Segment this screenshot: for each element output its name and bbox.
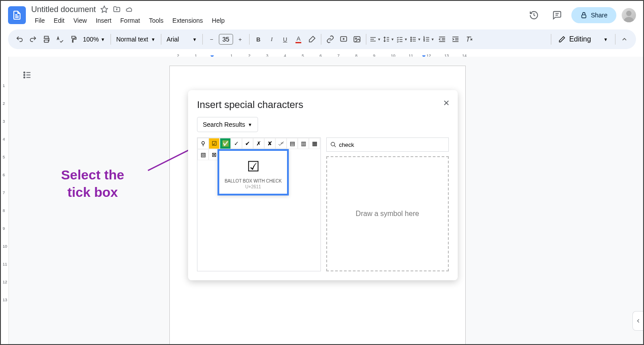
cloud-status-icon[interactable] [125, 5, 133, 13]
fontsize-input[interactable]: 35 [219, 34, 233, 45]
docs-app-icon[interactable] [8, 6, 26, 24]
pencil-icon [558, 36, 566, 43]
line-spacing-button[interactable]: ▼ [382, 33, 395, 46]
svg-point-21 [410, 39, 411, 40]
bold-button[interactable]: B [252, 33, 265, 46]
svg-rect-6 [45, 40, 49, 42]
svg-marker-0 [101, 6, 108, 12]
paragraph-style-dropdown[interactable]: Normal text▼ [114, 36, 158, 43]
char-cell[interactable]: ▥ [298, 138, 309, 149]
insert-image-button[interactable] [351, 33, 363, 46]
close-icon[interactable]: ✕ [443, 98, 450, 108]
special-characters-dialog: ✕ Insert special characters Search Resul… [188, 90, 458, 280]
font-family-dropdown[interactable]: Arial▼ [164, 36, 200, 43]
char-cell[interactable]: ✓ [231, 138, 242, 149]
align-dropdown[interactable]: ▼ [369, 33, 381, 46]
menu-file[interactable]: File [31, 15, 49, 26]
separator [161, 34, 161, 45]
svg-point-4 [626, 11, 632, 16]
increase-indent-button[interactable] [449, 33, 462, 46]
underline-button[interactable]: U [279, 33, 291, 46]
char-cell[interactable]: ▦ [309, 138, 320, 149]
character-grid-panel: ⚲ ☑ ✅ ✓ ✔ ✗ ✘ ⍻ ▤ ▥ ▦ ▧ ⊠ ✓ ☑ BALLOT BOX… [197, 137, 321, 271]
separator [551, 34, 551, 45]
editing-mode-dropdown[interactable]: Editing ▼ [554, 35, 612, 43]
history-icon[interactable] [525, 6, 543, 24]
numbered-list-button[interactable]: 123▼ [422, 33, 435, 46]
svg-point-19 [410, 37, 411, 38]
char-cell[interactable]: ▤ [287, 138, 298, 149]
clear-formatting-button[interactable] [463, 33, 475, 46]
menu-extensions[interactable]: Extensions [169, 15, 206, 26]
print-button[interactable] [40, 33, 53, 46]
titlebar: Untitled document File Edit View Insert … [1, 1, 643, 29]
separator [321, 34, 321, 45]
share-button[interactable]: Share [571, 7, 616, 23]
draw-area[interactable]: Draw a symbol here [326, 156, 449, 271]
svg-point-45 [331, 142, 334, 146]
svg-rect-3 [582, 15, 586, 18]
move-folder-icon[interactable] [113, 5, 121, 13]
comments-icon[interactable] [548, 6, 566, 24]
separator [111, 34, 111, 45]
zoom-dropdown[interactable]: 100%▼ [80, 36, 108, 43]
char-cell-highlighted[interactable]: ☑ [209, 138, 220, 149]
vertical-ruler[interactable]: 1 2 3 4 5 6 7 8 9 10 11 12 13 [1, 57, 9, 344]
italic-button[interactable]: I [266, 33, 278, 46]
char-cell[interactable]: ✘ [264, 138, 275, 149]
title-section: Untitled document File Edit View Insert … [31, 5, 525, 26]
insert-comment-button[interactable] [337, 33, 350, 46]
avatar[interactable] [622, 8, 636, 22]
annotation-text: Select the tick box [61, 166, 124, 201]
char-cell[interactable]: ▧ [197, 149, 209, 160]
svg-point-43 [24, 77, 25, 78]
dialog-title: Insert special characters [197, 99, 449, 111]
draw-panel: Draw a symbol here [326, 137, 449, 271]
character-search-box[interactable] [326, 137, 449, 152]
separator [202, 34, 203, 45]
char-cell[interactable]: ✅ [220, 138, 231, 149]
svg-point-9 [355, 38, 357, 39]
char-cell[interactable]: ⍻ [275, 138, 287, 149]
collapse-toolbar-button[interactable] [618, 33, 631, 46]
separator [249, 34, 250, 45]
menu-edit[interactable]: Edit [50, 15, 68, 26]
document-title[interactable]: Untitled document [31, 5, 96, 14]
insert-link-button[interactable] [324, 33, 336, 46]
char-cell[interactable]: ✔ [242, 138, 253, 149]
svg-line-46 [334, 145, 336, 147]
character-preview-tooltip: ☑ BALLOT BOX WITH CHECK U+2611 [217, 149, 289, 195]
search-icon [330, 141, 336, 148]
checklist-button[interactable]: ▼ [396, 33, 408, 46]
increase-fontsize-button[interactable]: + [234, 33, 246, 46]
decrease-indent-button[interactable] [436, 33, 448, 46]
star-icon[interactable] [100, 5, 108, 13]
preview-glyph: ☑ [223, 158, 283, 175]
outline-toggle-icon[interactable] [22, 70, 32, 82]
menu-help[interactable]: Help [208, 15, 228, 26]
category-dropdown[interactable]: Search Results ▼ [197, 117, 258, 132]
undo-button[interactable] [13, 33, 26, 46]
share-label: Share [591, 12, 607, 19]
spellcheck-button[interactable] [53, 33, 66, 46]
text-color-button[interactable]: A [292, 33, 305, 46]
paint-format-button[interactable] [67, 33, 79, 46]
svg-point-41 [24, 75, 25, 76]
titlebar-right: Share [525, 6, 636, 24]
char-cell[interactable]: ✗ [253, 138, 264, 149]
menu-insert[interactable]: Insert [92, 15, 115, 26]
char-cell[interactable]: ⚲ [197, 138, 209, 149]
lock-icon [580, 12, 587, 19]
menu-tools[interactable]: Tools [145, 15, 167, 26]
highlight-color-button[interactable] [306, 33, 318, 46]
preview-name: BALLOT BOX WITH CHECK [223, 179, 283, 183]
toolbar: 100%▼ Normal text▼ Arial▼ − 35 + B I U A… [8, 29, 636, 49]
decrease-fontsize-button[interactable]: − [205, 33, 218, 46]
bulleted-list-button[interactable]: ▼ [409, 33, 422, 46]
side-panel-toggle[interactable] [632, 311, 643, 331]
svg-text:3: 3 [423, 40, 425, 42]
search-input[interactable] [339, 141, 445, 148]
menu-format[interactable]: Format [117, 15, 144, 26]
menu-view[interactable]: View [70, 15, 90, 26]
redo-button[interactable] [27, 33, 39, 46]
